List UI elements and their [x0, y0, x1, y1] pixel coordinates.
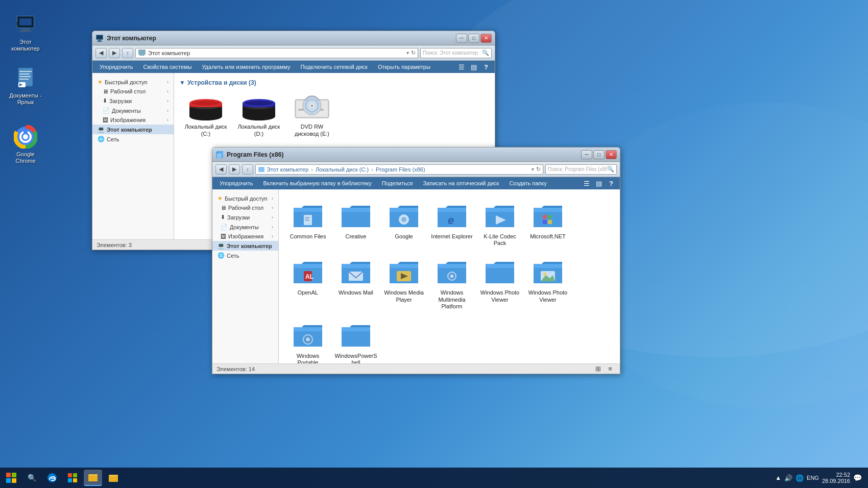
- sidebar-images[interactable]: 🖼 Изображения ›: [92, 115, 174, 125]
- forward-button[interactable]: ▶: [109, 48, 120, 58]
- menu-burn[interactable]: Записать на оптический диск: [419, 179, 503, 187]
- sidebar-downloads[interactable]: ⬇ Загрузки ›: [92, 96, 174, 106]
- view-list-programs-icon[interactable]: ☰: [581, 178, 592, 189]
- search-bar-computer[interactable]: Поиск: Этот компьютер 🔍: [420, 48, 492, 58]
- folder-creative[interactable]: Creative: [333, 196, 379, 250]
- taskbar-explorer-1[interactable]: [84, 470, 102, 486]
- folder-common-files[interactable]: Common Files: [285, 196, 331, 250]
- menu-open-settings[interactable]: Открыть параметры: [374, 63, 435, 71]
- sidebar-programs-downloads[interactable]: ⬇ Загрузки ›: [212, 212, 278, 222]
- sidebar-quick-access[interactable]: ★ Быстрый доступ ›: [92, 77, 174, 87]
- sidebar-documents[interactable]: 📄 Документы ›: [92, 106, 174, 115]
- folder-creative-icon: [340, 199, 372, 231]
- network-tray-icon[interactable]: 🌐: [795, 474, 804, 482]
- refresh-icon[interactable]: ↻: [411, 50, 416, 56]
- back-button[interactable]: ◀: [95, 48, 107, 58]
- desktop-icon-computer[interactable]: Этот компьютер: [5, 10, 46, 54]
- address-bar-programs[interactable]: Этот компьютер › Локальный диск (C:) › P…: [255, 164, 543, 175]
- svg-rect-83: [73, 478, 77, 482]
- window-controls[interactable]: ─ □ ✕: [456, 34, 492, 43]
- search-programs-icon[interactable]: 🔍: [607, 166, 614, 173]
- view-details-programs-icon[interactable]: ▤: [593, 178, 605, 189]
- folder-windows-mail[interactable]: Windows Mail: [333, 252, 379, 313]
- folder-powershell-icon: [340, 318, 372, 351]
- computer-icon-sm: 💻: [98, 126, 105, 133]
- close-button[interactable]: ✕: [480, 34, 492, 43]
- menu-share[interactable]: Поделиться: [378, 179, 417, 187]
- view-list-icon[interactable]: ☰: [456, 61, 467, 72]
- minimize-button[interactable]: ─: [456, 34, 467, 43]
- refresh-programs-icon[interactable]: ↻: [536, 166, 541, 173]
- sidebar-programs-desktop[interactable]: 🖥 Рабочий стол ›: [212, 203, 278, 212]
- menu-uninstall[interactable]: Удалить или изменить программу: [198, 63, 294, 71]
- back-programs-button[interactable]: ◀: [215, 164, 227, 175]
- up-programs-button[interactable]: ↑: [242, 164, 253, 175]
- help-programs-icon[interactable]: ?: [606, 178, 617, 189]
- window-computer-title: Этот компьютер: [107, 35, 456, 42]
- taskbar-search[interactable]: 🔍: [22, 470, 41, 486]
- taskbar-edge[interactable]: [43, 470, 61, 486]
- close-programs-button[interactable]: ✕: [606, 150, 617, 159]
- action-center-icon[interactable]: 💬: [853, 474, 862, 482]
- search-bar-programs[interactable]: Поиск: Program Files (x86) 🔍: [545, 164, 617, 175]
- menu-map-drive[interactable]: Подключить сетевой диск: [296, 63, 371, 71]
- drive-d[interactable]: Локальный диск(D:): [233, 90, 284, 142]
- search-icon[interactable]: 🔍: [482, 50, 489, 56]
- language-indicator[interactable]: ENG: [807, 475, 819, 481]
- desktop-icon-chrome[interactable]: Google Chrome: [5, 123, 46, 166]
- sidebar-computer: ★ Быстрый доступ › 🖥 Рабочий стол › ⬇ За…: [92, 73, 174, 250]
- svg-rect-54: [305, 220, 309, 221]
- sidebar-programs-computer[interactable]: 💻 Этот компьютер: [212, 241, 278, 251]
- folder-wmp2[interactable]: WindowsMultimediaPlatform: [429, 252, 475, 313]
- menu-organize[interactable]: Упорядочить: [95, 63, 137, 71]
- sidebar-programs-network[interactable]: 🌐 Сеть: [212, 251, 278, 260]
- folder-photo-viewer[interactable]: Windows PhotoViewer: [525, 252, 571, 313]
- minimize-programs-button[interactable]: ─: [581, 150, 592, 159]
- taskbar-explorer-2[interactable]: [104, 470, 123, 486]
- menu-new-folder[interactable]: Создать папку: [505, 179, 550, 187]
- help-icon[interactable]: ?: [480, 61, 492, 72]
- menu-organize-programs[interactable]: Упорядочить: [215, 179, 257, 187]
- sidebar-this-computer[interactable]: 💻 Этот компьютер: [92, 125, 174, 134]
- folder-msnet[interactable]: Microsoft.NET: [525, 196, 571, 250]
- menu-include-library[interactable]: Включить выбранную папку в библиотеку: [259, 179, 375, 187]
- folder-klite[interactable]: K-Lite CodecPack: [477, 196, 523, 250]
- drive-dvd[interactable]: DVD RWдисковод (E:): [286, 90, 337, 142]
- taskbar-store[interactable]: [63, 470, 82, 486]
- sidebar-programs-documents[interactable]: 📄 Документы ›: [212, 222, 278, 232]
- speaker-icon[interactable]: 🔊: [784, 474, 792, 482]
- folder-ie[interactable]: e Internet Explorer: [429, 196, 475, 250]
- start-button[interactable]: [2, 470, 20, 486]
- window-programs-controls[interactable]: ─ □ ✕: [581, 150, 617, 159]
- folder-google[interactable]: Google: [381, 196, 427, 250]
- desktop-icon-documents[interactable]: Документы -Ярлык: [5, 64, 46, 108]
- svg-rect-53: [305, 218, 309, 219]
- up-button[interactable]: ↑: [122, 48, 133, 58]
- sidebar-programs-quick-access[interactable]: ★ Быстрый доступ ›: [212, 193, 278, 203]
- chevron-right-icon-2: ›: [167, 89, 168, 94]
- maximize-programs-button[interactable]: □: [593, 150, 605, 159]
- details-view-icon[interactable]: ≡: [605, 363, 616, 375]
- notification-icon[interactable]: ▲: [775, 474, 781, 481]
- taskbar-clock[interactable]: 22:52 28.09.2016: [822, 472, 850, 484]
- small-icons-icon[interactable]: ⊞: [592, 363, 604, 375]
- sidebar-network[interactable]: 🌐 Сеть: [92, 134, 174, 144]
- folder-wnt[interactable]: Windows Photo Viewer: [477, 252, 523, 313]
- sidebar-programs-images[interactable]: 🖼 Изображения ›: [212, 232, 278, 241]
- sidebar-desktop[interactable]: 🖥 Рабочий стол ›: [92, 87, 174, 96]
- folder-wmp[interactable]: Windows MediaPlayer: [381, 252, 427, 313]
- folder-openal[interactable]: AL OpenAL: [285, 252, 331, 313]
- collapse-arrow-icon[interactable]: ▼: [179, 79, 185, 86]
- dvd-label: DVD RWдисковод (E:): [295, 123, 329, 138]
- chevron-down-icon-2[interactable]: ▼: [531, 167, 535, 172]
- address-bar-computer[interactable]: Этот компьютер ▼ ↻: [135, 48, 418, 58]
- menu-system-props[interactable]: Свойства системы: [139, 63, 196, 71]
- folder-photo-viewer-label: Windows PhotoViewer: [528, 289, 567, 303]
- maximize-button[interactable]: □: [468, 34, 479, 43]
- drive-c[interactable]: Локальный диск(C:): [180, 90, 231, 142]
- forward-programs-button[interactable]: ▶: [229, 164, 240, 175]
- folder-wmp2-icon: [436, 255, 468, 287]
- chevron-down-icon[interactable]: ▼: [405, 51, 410, 56]
- folder-wnt-label: Windows Photo Viewer: [479, 289, 521, 303]
- view-details-icon[interactable]: ▤: [468, 61, 479, 72]
